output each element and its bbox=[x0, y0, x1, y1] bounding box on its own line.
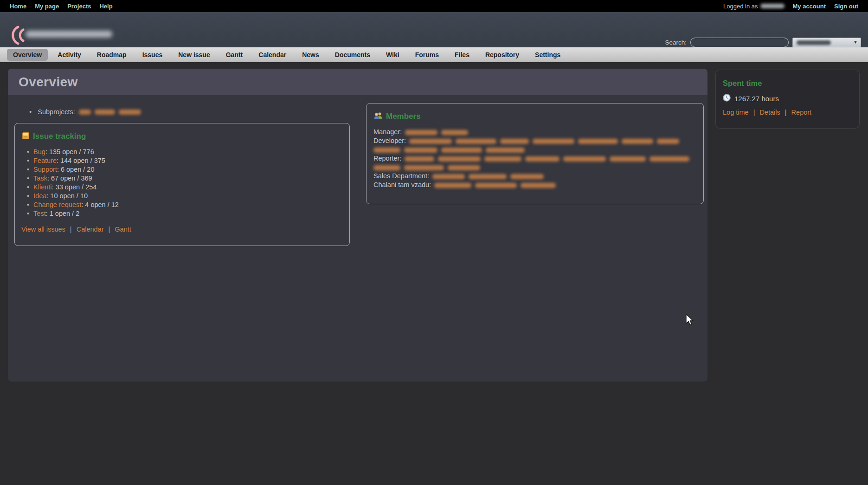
top-bar: HomeMy pageProjectsHelp Logged in as My … bbox=[0, 0, 868, 12]
issue-row: •Task: 67 open / 369 bbox=[27, 175, 349, 183]
member-role-label: Reporter: bbox=[373, 155, 401, 162]
tracker-link-klienti[interactable]: Klienti bbox=[33, 183, 52, 191]
bullet: • bbox=[27, 201, 29, 208]
tab-overview[interactable]: Overview bbox=[7, 49, 48, 61]
tab-gantt[interactable]: Gantt bbox=[220, 49, 249, 61]
member-name-redacted[interactable] bbox=[373, 148, 400, 153]
bullet: • bbox=[27, 210, 29, 217]
spent-time-sidebar: Spent time 1267.27 hours Log time | Deta… bbox=[715, 70, 860, 129]
tab-new-issue[interactable]: New issue bbox=[172, 49, 216, 61]
issue-link-view-all-issues[interactable]: View all issues bbox=[21, 226, 65, 233]
member-name-redacted[interactable] bbox=[404, 148, 437, 153]
tab-files[interactable]: Files bbox=[449, 49, 476, 61]
member-name-redacted[interactable] bbox=[475, 183, 517, 188]
member-name-redacted[interactable] bbox=[578, 139, 618, 144]
separator: | bbox=[783, 109, 789, 116]
member-name-redacted[interactable] bbox=[405, 156, 434, 162]
tracker-link-feature[interactable]: Feature bbox=[33, 157, 57, 164]
search-area: Search: ▼ bbox=[665, 37, 861, 48]
tracker-link-task[interactable]: Task bbox=[33, 175, 47, 182]
member-name-redacted[interactable] bbox=[441, 148, 482, 153]
search-input[interactable] bbox=[690, 38, 789, 47]
tab-documents[interactable]: Documents bbox=[329, 49, 376, 61]
member-name-redacted[interactable] bbox=[484, 156, 521, 162]
issue-link-calendar[interactable]: Calendar bbox=[77, 226, 104, 233]
main-content: Overview • Subprojects: Issue tracking •… bbox=[8, 69, 707, 382]
username-redacted bbox=[760, 4, 784, 8]
issue-count: : 4 open / 12 bbox=[81, 201, 119, 208]
member-name-redacted[interactable] bbox=[622, 139, 653, 144]
issue-count: : 1 open / 2 bbox=[46, 210, 80, 217]
member-name-redacted[interactable] bbox=[657, 139, 679, 144]
member-name-redacted[interactable] bbox=[373, 165, 400, 170]
member-name-redacted[interactable] bbox=[456, 139, 496, 144]
member-name-redacted[interactable] bbox=[434, 183, 471, 188]
member-name-redacted[interactable] bbox=[486, 148, 525, 153]
tracker-link-change-request[interactable]: Change request bbox=[33, 201, 81, 208]
member-name-redacted[interactable] bbox=[525, 156, 559, 162]
member-name-redacted[interactable] bbox=[405, 130, 437, 135]
member-role-label: Sales Department: bbox=[373, 172, 429, 180]
tab-activity[interactable]: Activity bbox=[51, 49, 87, 61]
issue-row: •Feature: 144 open / 375 bbox=[27, 157, 349, 166]
member-name-redacted[interactable] bbox=[500, 139, 529, 144]
subproject-link-redacted[interactable] bbox=[95, 110, 115, 115]
member-name-redacted[interactable] bbox=[404, 165, 444, 170]
member-name-redacted[interactable] bbox=[469, 174, 507, 179]
member-line: Sales Department: bbox=[373, 172, 696, 181]
top-link-home[interactable]: Home bbox=[10, 3, 26, 10]
tab-repository[interactable]: Repository bbox=[479, 49, 525, 61]
subproject-link-redacted[interactable] bbox=[79, 110, 91, 115]
tab-roadmap[interactable]: Roadmap bbox=[91, 49, 133, 61]
member-name-redacted[interactable] bbox=[521, 183, 556, 188]
member-name-redacted[interactable] bbox=[438, 156, 481, 162]
chevron-down-icon: ▼ bbox=[853, 39, 858, 45]
member-name-redacted[interactable] bbox=[432, 174, 465, 179]
tracker-link-bug[interactable]: Bug bbox=[33, 148, 45, 155]
tracker-link-support[interactable]: Support bbox=[33, 166, 57, 173]
top-link-my-page[interactable]: My page bbox=[35, 3, 59, 10]
tab-calendar[interactable]: Calendar bbox=[252, 49, 292, 61]
tab-news[interactable]: News bbox=[296, 49, 325, 61]
members-panel: Members Manager:Developer:Reporter:Sales… bbox=[366, 103, 704, 204]
members-title-row: Members bbox=[374, 112, 703, 121]
issue-link-gantt[interactable]: Gantt bbox=[115, 226, 131, 233]
page-title: Overview bbox=[19, 75, 78, 90]
logo-text-redacted bbox=[26, 31, 112, 38]
top-link-help[interactable]: Help bbox=[99, 3, 112, 10]
member-name-redacted[interactable] bbox=[610, 156, 646, 162]
tracker-link-test[interactable]: Test bbox=[33, 210, 46, 217]
member-name-redacted[interactable] bbox=[510, 174, 544, 179]
member-name-redacted[interactable] bbox=[649, 156, 689, 162]
issue-row: •Change request: 4 open / 12 bbox=[27, 201, 349, 210]
tab-settings[interactable]: Settings bbox=[529, 49, 566, 61]
members-title: Members bbox=[386, 112, 421, 121]
subproject-link-redacted[interactable] bbox=[119, 110, 141, 115]
spent-time-links: Log time | Details | Report bbox=[723, 109, 859, 116]
member-role-label: Developer: bbox=[373, 137, 406, 144]
sidebar-link-details[interactable]: Details bbox=[759, 109, 780, 116]
bullet: • bbox=[29, 108, 32, 116]
tab-forums[interactable]: Forums bbox=[409, 49, 445, 61]
sidebar-link-report[interactable]: Report bbox=[791, 109, 812, 116]
sign-out-link[interactable]: Sign out bbox=[834, 3, 858, 10]
group-icon bbox=[374, 112, 382, 121]
member-name-redacted[interactable] bbox=[533, 139, 574, 144]
member-role-label: Manager: bbox=[373, 128, 402, 136]
member-name-redacted[interactable] bbox=[409, 139, 452, 144]
member-name-redacted[interactable] bbox=[448, 165, 480, 170]
member-role-label: Chalani tam vzadu: bbox=[373, 181, 431, 188]
spent-time-hours: 1267.27 hours bbox=[734, 95, 779, 103]
project-jump-select[interactable]: ▼ bbox=[792, 38, 861, 47]
tracker-link-idea[interactable]: Idea bbox=[33, 192, 46, 200]
bullet: • bbox=[27, 148, 29, 155]
my-account-link[interactable]: My account bbox=[792, 3, 826, 10]
sidebar-link-log-time[interactable]: Log time bbox=[723, 109, 749, 116]
tab-wiki[interactable]: Wiki bbox=[380, 49, 405, 61]
tab-issues[interactable]: Issues bbox=[136, 49, 169, 61]
member-name-redacted[interactable] bbox=[563, 156, 606, 162]
member-name-redacted[interactable] bbox=[441, 130, 468, 135]
top-link-projects[interactable]: Projects bbox=[67, 3, 91, 10]
header: Search: ▼ bbox=[0, 12, 868, 47]
issue-tracking-title-row: Issue tracking bbox=[22, 132, 349, 141]
